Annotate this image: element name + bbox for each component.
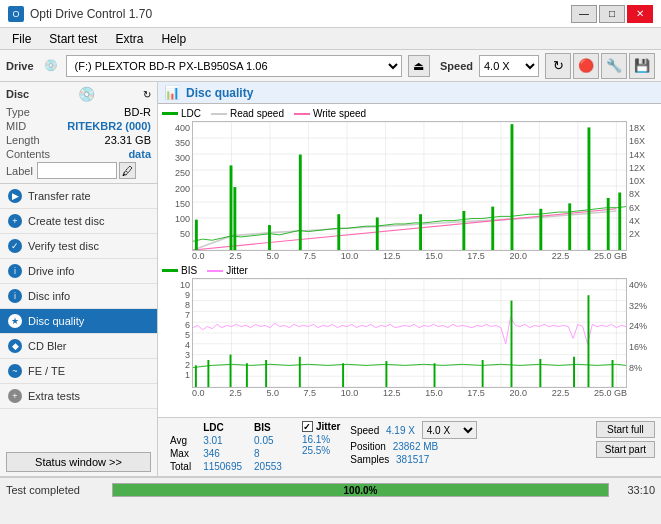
- label-label: Label: [6, 165, 33, 177]
- disc-quality-icon: ★: [8, 314, 22, 328]
- transfer-rate-label: Transfer rate: [28, 190, 91, 202]
- bis-avg: 0.05: [248, 434, 288, 447]
- svg-rect-62: [265, 360, 267, 387]
- jitter-checkbox[interactable]: ✓: [302, 421, 313, 432]
- svg-rect-29: [491, 207, 494, 250]
- close-button[interactable]: ✕: [627, 5, 653, 23]
- chart2-x-axis: 0.0 2.5 5.0 7.5 10.0 12.5 15.0 17.5 20.0…: [162, 388, 657, 398]
- label-edit-button[interactable]: 🖊: [119, 162, 136, 179]
- svg-rect-23: [268, 225, 271, 250]
- sidebar-item-create-test-disc[interactable]: + Create test disc: [0, 209, 157, 234]
- svg-rect-59: [207, 360, 209, 387]
- svg-rect-25: [337, 214, 340, 250]
- menu-start-test[interactable]: Start test: [41, 30, 105, 48]
- write-label: Write speed: [313, 108, 366, 119]
- menu-file[interactable]: File: [4, 30, 39, 48]
- sidebar-item-cd-bler[interactable]: ◆ CD Bler: [0, 334, 157, 359]
- ldc-label: LDC: [181, 108, 201, 119]
- disc-section-title: Disc: [6, 88, 29, 100]
- menu-help[interactable]: Help: [153, 30, 194, 48]
- burn-button[interactable]: 🔴: [573, 53, 599, 79]
- jitter-section: ✓ Jitter 16.1% 25.5%: [298, 421, 340, 456]
- write-legend: Write speed: [294, 108, 366, 119]
- position-row: Position 23862 MB: [350, 441, 586, 452]
- read-color: [211, 113, 227, 115]
- extra-tests-label: Extra tests: [28, 390, 80, 402]
- status-window-button[interactable]: Status window >>: [6, 452, 151, 472]
- chart2-y-axis-right: 40% 32% 24% 16% 8%: [627, 278, 657, 388]
- verify-test-disc-label: Verify test disc: [28, 240, 99, 252]
- extra-tests-icon: +: [8, 389, 22, 403]
- read-label: Read speed: [230, 108, 284, 119]
- toolbar-icons: ↻ 🔴 🔧 💾: [545, 53, 655, 79]
- jitter-avg-row: 16.1%: [302, 434, 340, 445]
- speed-label: Speed: [350, 425, 379, 436]
- charts-area: LDC Read speed Write speed 400: [158, 104, 661, 417]
- contents-label: Contents: [6, 148, 50, 160]
- chart2-wrapper: 10 9 8 7 6 5 4 3 2 1: [162, 278, 657, 388]
- bis-max: 8: [248, 447, 288, 460]
- svg-rect-72: [612, 360, 614, 387]
- sidebar-item-disc-info[interactable]: i Disc info: [0, 284, 157, 309]
- svg-rect-67: [482, 360, 484, 387]
- sidebar-item-extra-tests[interactable]: + Extra tests: [0, 384, 157, 409]
- drive-select[interactable]: (F:) PLEXTOR BD-R PX-LB950SA 1.06: [66, 55, 402, 77]
- sidebar-item-fe-te[interactable]: ~ FE / TE: [0, 359, 157, 384]
- svg-rect-30: [511, 124, 514, 250]
- minimize-button[interactable]: —: [571, 5, 597, 23]
- maximize-button[interactable]: □: [599, 5, 625, 23]
- max-row-label: Max: [164, 447, 197, 460]
- drive-info-icon: i: [8, 264, 22, 278]
- read-legend: Read speed: [211, 108, 284, 119]
- jitter-legend: Jitter: [207, 265, 248, 276]
- menu-extra[interactable]: Extra: [107, 30, 151, 48]
- menu-bar: File Start test Extra Help: [0, 28, 661, 50]
- chart2-y-axis-left: 10 9 8 7 6 5 4 3 2 1: [162, 278, 192, 388]
- app-title: Opti Drive Control 1.70: [30, 7, 152, 21]
- settings-button[interactable]: 🔧: [601, 53, 627, 79]
- stats-area: LDC BIS Avg 3.01 0.05 Max 346 8 Total 11…: [158, 417, 661, 476]
- progress-pct: 100.0%: [113, 484, 608, 496]
- ldc-max: 346: [197, 447, 248, 460]
- sidebar-item-verify-test-disc[interactable]: ✓ Verify test disc: [0, 234, 157, 259]
- refresh-button[interactable]: ↻: [545, 53, 571, 79]
- chart1-section: LDC Read speed Write speed 400: [162, 108, 657, 261]
- svg-rect-60: [230, 355, 232, 387]
- speed-dropdown[interactable]: 4.0 X: [422, 421, 477, 439]
- drive-bar: Drive 💿 (F:) PLEXTOR BD-R PX-LB950SA 1.0…: [0, 50, 661, 82]
- disc-quality-label: Disc quality: [28, 315, 84, 327]
- sidebar-item-drive-info[interactable]: i Drive info: [0, 259, 157, 284]
- chart2-section: BIS Jitter 10 9 8 7 6 5: [162, 265, 657, 413]
- stats-empty: [164, 421, 197, 434]
- drive-icon: 💿: [44, 59, 58, 72]
- jitter-label: Jitter: [226, 265, 248, 276]
- chart1-y-axis-left: 400 350 300 250 200 150 100 50: [162, 121, 192, 251]
- save-button[interactable]: 💾: [629, 53, 655, 79]
- drive-info-label: Drive info: [28, 265, 74, 277]
- jitter-color-swatch: [207, 270, 223, 272]
- type-label: Type: [6, 106, 30, 118]
- chart1-x-axis: 0.0 2.5 5.0 7.5 10.0 12.5 15.0 17.5 20.0…: [162, 251, 657, 261]
- label-input[interactable]: [37, 162, 117, 179]
- speed-select[interactable]: 4.0 X: [479, 55, 539, 77]
- speed-row: Speed 4.19 X 4.0 X: [350, 421, 586, 439]
- main-layout: Disc 💿 ↻ Type BD-R MID RITEKBR2 (000) Le…: [0, 82, 661, 476]
- eject-button[interactable]: ⏏: [408, 55, 430, 77]
- svg-rect-63: [299, 357, 301, 387]
- svg-rect-20: [195, 220, 198, 250]
- svg-rect-26: [376, 217, 379, 250]
- ldc-avg: 3.01: [197, 434, 248, 447]
- disc-refresh-icon[interactable]: ↻: [143, 89, 151, 100]
- drive-label: Drive: [6, 60, 34, 72]
- start-part-button[interactable]: Start part: [596, 441, 655, 458]
- disc-contents-row: Contents data: [6, 148, 151, 160]
- bis-label: BIS: [181, 265, 197, 276]
- create-test-disc-icon: +: [8, 214, 22, 228]
- total-row-label: Total: [164, 460, 197, 473]
- length-label: Length: [6, 134, 40, 146]
- chart-header-icon: 📊: [164, 85, 180, 100]
- sidebar-item-transfer-rate[interactable]: ▶ Transfer rate: [0, 184, 157, 209]
- start-full-button[interactable]: Start full: [596, 421, 655, 438]
- sidebar-item-disc-quality[interactable]: ★ Disc quality: [0, 309, 157, 334]
- cd-bler-label: CD Bler: [28, 340, 67, 352]
